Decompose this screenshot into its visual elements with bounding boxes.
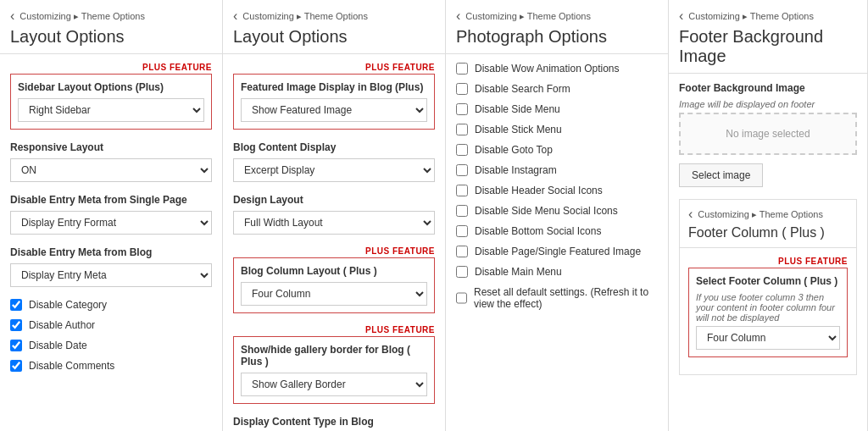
panel1-header: ‹ Customizing ▸ Theme Options Layout Opt… [0,0,222,54]
cb-disable-search-input[interactable] [456,83,468,95]
blog-column-select[interactable]: Four Column Three Column Two Column One … [241,282,427,306]
checkbox-disable-date-input[interactable] [10,340,22,351]
cb-disable-side-menu: Disable Side Menu [456,103,658,115]
cb-disable-instagram-input[interactable] [456,164,468,176]
footer-bg-image-placeholder: No image selected [679,113,857,155]
cb-disable-page-featured: Disable Page/Single Featured Image [456,246,658,257]
select-footer-column-box: Select Footer Column ( Plus ) If you use… [688,268,848,357]
gallery-border-label: Show/hide gallery border for Blog ( Plus… [241,344,427,367]
panel2-nav: ‹ Customizing ▸ Theme Options [233,8,435,24]
featured-image-box: Featured Image Display in Blog (Plus) Sh… [233,74,435,130]
checkbox-disable-author-label: Disable Author [29,319,95,331]
select-footer-column-select[interactable]: Four Column Three Column Two Column One … [696,326,840,350]
select-footer-column-label: Select Footer Column ( Plus ) [696,275,840,287]
cb-disable-page-featured-label: Disable Page/Single Featured Image [475,246,641,257]
cb-disable-wow: Disable Wow Animation Options [456,63,658,75]
content-type-label: Display Content Type in Blog [233,416,435,428]
select-footer-column-sublabel: If you use footer column 3 then your con… [696,292,840,323]
panel3-nav: ‹ Customizing ▸ Theme Options [456,8,658,24]
blog-content-select[interactable]: Excerpt Display Full Content Display [233,158,435,182]
checkbox-disable-comments-input[interactable] [10,360,22,372]
checkbox-disable-comments: Disable Comments [10,360,212,372]
checkbox-disable-author-input[interactable] [10,319,22,331]
plus-feature-label-footer-column: PLUS FEATURE [688,257,848,266]
featured-image-label: Featured Image Display in Blog (Plus) [241,81,427,93]
checkbox-disable-date-label: Disable Date [29,340,87,351]
cb-disable-main-menu: Disable Main Menu [456,266,658,278]
panel4-nav: ‹ Customizing ▸ Theme Options [679,8,857,24]
cb-disable-main-menu-input[interactable] [456,266,468,278]
footer-column-subpanel-body: PLUS FEATURE Select Footer Column ( Plus… [680,248,856,374]
panel-layout-options: ‹ Customizing ▸ Theme Options Layout Opt… [0,0,223,431]
footer-bg-image-sublabel: Image will be displayed on footer [679,99,857,109]
cb-disable-header-social-label: Disable Header Social Icons [475,185,603,196]
panel3-header: ‹ Customizing ▸ Theme Options Photograph… [446,0,668,54]
cb-reset-default-label: Reset all default settings. (Refresh it … [474,286,658,310]
blog-column-section: PLUS FEATURE Blog Column Layout ( Plus )… [233,246,435,313]
gallery-border-section: PLUS FEATURE Show/hide gallery border fo… [233,325,435,404]
checkbox-disable-comments-label: Disable Comments [29,360,114,372]
featured-image-select[interactable]: Show Featured Image Hide Featured Image [241,98,427,122]
panel4-back-button[interactable]: ‹ [679,8,683,24]
cb-disable-wow-input[interactable] [456,63,468,75]
cb-disable-search: Disable Search Form [456,83,658,95]
cb-disable-goto-top: Disable Goto Top [456,144,658,156]
cb-disable-goto-top-input[interactable] [456,144,468,156]
cb-disable-side-menu-input[interactable] [456,103,468,115]
footer-column-nav: ‹ Customizing ▸ Theme Options [688,207,848,222]
cb-disable-stick-menu: Disable Stick Menu [456,124,658,135]
sidebar-layout-select[interactable]: Right Sidebar Left Sidebar No Sidebar [18,98,204,122]
footer-bg-image-section: Footer Background Image Image will be di… [679,82,857,187]
panel2-back-button[interactable]: ‹ [233,8,237,24]
cb-disable-side-menu-social-input[interactable] [456,205,468,217]
cb-disable-page-featured-input[interactable] [456,246,468,257]
checkbox-disable-category: Disable Category [10,299,212,311]
cb-disable-stick-menu-label: Disable Stick Menu [475,124,562,135]
panel1-breadcrumb: Customizing ▸ Theme Options [19,11,145,22]
cb-disable-header-social-input[interactable] [456,185,468,196]
cb-reset-default-input[interactable] [456,292,467,304]
cb-disable-bottom-social: Disable Bottom Social Icons [456,225,658,237]
gallery-border-select[interactable]: Show Gallery Border Hide Gallery Border [241,373,427,396]
panel1-back-button[interactable]: ‹ [10,8,14,24]
cb-disable-bottom-social-label: Disable Bottom Social Icons [475,225,601,237]
panel3-title: Photograph Options [456,27,658,47]
panel2-breadcrumb: Customizing ▸ Theme Options [242,11,368,22]
blog-column-box: Blog Column Layout ( Plus ) Four Column … [233,257,435,313]
cb-disable-side-menu-social-label: Disable Side Menu Social Icons [475,205,618,217]
plus-feature-label-gallery: PLUS FEATURE [233,325,435,334]
cb-disable-side-menu-social: Disable Side Menu Social Icons [456,205,658,217]
panel3-back-button[interactable]: ‹ [456,8,460,24]
responsive-layout-section: Responsive Layout ON OFF [10,141,212,182]
disable-entry-meta-single-label: Disable Entry Meta from Single Page [10,194,212,206]
blog-content-label: Blog Content Display [233,141,435,153]
panel4-header: ‹ Customizing ▸ Theme Options Footer Bac… [669,0,867,74]
disable-entry-meta-blog-select[interactable]: Display Entry Meta Hide Entry Meta [10,263,212,287]
disable-entry-meta-single-select[interactable]: Display Entry Format Hide Entry Format [10,211,212,235]
cb-disable-stick-menu-input[interactable] [456,124,468,135]
responsive-layout-select[interactable]: ON OFF [10,158,212,182]
panel1-nav: ‹ Customizing ▸ Theme Options [10,8,212,24]
design-layout-label: Design Layout [233,194,435,206]
sidebar-layout-box: Sidebar Layout Options (Plus) Right Side… [10,74,212,130]
design-layout-select[interactable]: Full Width Layout Boxed Layout [233,211,435,235]
checkbox-disable-category-input[interactable] [10,299,22,311]
content-type-section: Display Content Type in Blog Show all Co… [233,416,435,431]
disable-entry-meta-blog-label: Disable Entry Meta from Blog [10,246,212,258]
plus-feature-label-1: PLUS FEATURE [10,63,212,72]
footer-column-back-button[interactable]: ‹ [688,207,693,222]
checkbox-disable-author: Disable Author [10,319,212,331]
footer-column-title: Footer Column ( Plus ) [688,225,848,240]
panel3-breadcrumb: Customizing ▸ Theme Options [465,11,591,22]
select-image-button[interactable]: Select image [679,163,763,187]
disable-entry-meta-single-section: Disable Entry Meta from Single Page Disp… [10,194,212,235]
cb-disable-search-label: Disable Search Form [475,83,570,95]
footer-bg-image-label: Footer Background Image [679,82,857,94]
cb-disable-bottom-social-input[interactable] [456,225,468,237]
cb-disable-side-menu-label: Disable Side Menu [475,103,560,115]
panel-photograph-options: ‹ Customizing ▸ Theme Options Photograph… [446,0,669,431]
checkbox-disable-date: Disable Date [10,340,212,351]
checkbox-disable-category-label: Disable Category [29,299,107,311]
sidebar-layout-label: Sidebar Layout Options (Plus) [18,81,204,93]
panel1-title: Layout Options [10,27,212,47]
